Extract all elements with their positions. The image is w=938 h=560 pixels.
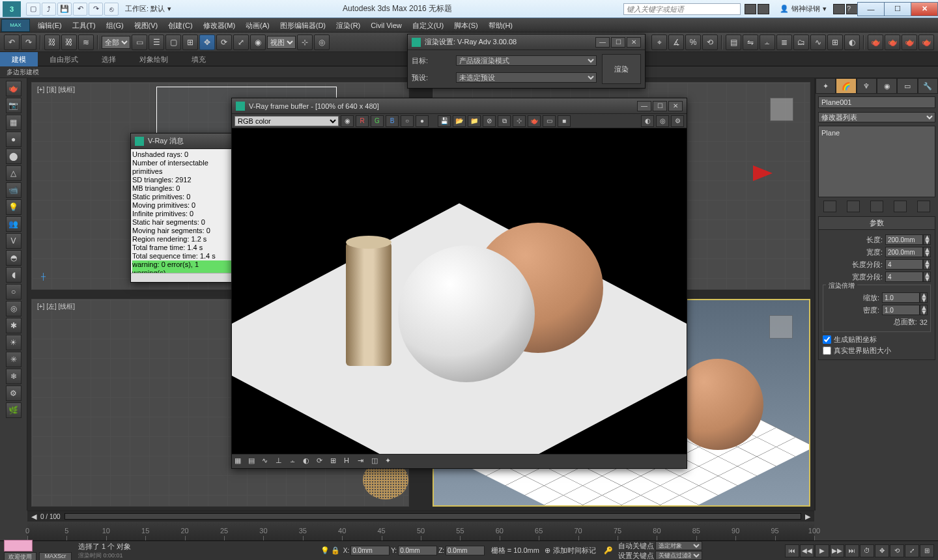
width-input[interactable] [885, 247, 923, 257]
sphere-icon[interactable]: ● [6, 132, 21, 147]
spinner-icon[interactable]: ▲▼ [923, 247, 931, 257]
object-name-input[interactable] [818, 96, 935, 108]
stop-icon[interactable]: ■ [558, 115, 571, 127]
rotate-icon[interactable]: ⟳ [216, 35, 232, 50]
window-crossing-icon[interactable]: ⊞ [182, 35, 198, 50]
tab-motion-icon[interactable]: ◉ [877, 78, 897, 94]
time-config-icon[interactable]: ⏱ [860, 544, 874, 557]
tab-utilities-icon[interactable]: 🔧 [918, 78, 938, 94]
qat-redo-icon[interactable]: ↷ [89, 3, 103, 16]
key-target-dropdown[interactable]: 选定对象 [655, 541, 702, 550]
sun-icon[interactable]: ☀ [6, 335, 21, 350]
menu-customize[interactable]: 自定义(U) [407, 18, 449, 33]
play-icon[interactable]: ▶ [815, 544, 829, 557]
tab-create-icon[interactable]: ✦ [816, 78, 836, 94]
load-icon[interactable]: 📂 [453, 115, 466, 127]
maximize-button[interactable]: ☐ [653, 101, 667, 111]
vray-messages-scrollbar[interactable] [131, 273, 234, 282]
lseg-input[interactable] [885, 259, 923, 270]
qat-new-icon[interactable]: ▢ [26, 3, 40, 16]
material-editor-icon[interactable]: ◐ [844, 35, 860, 50]
pin-stack-icon[interactable] [823, 201, 836, 212]
refcoord-dropdown[interactable]: 视图 [267, 36, 296, 49]
dome-icon[interactable]: ◓ [6, 250, 21, 266]
key-filter-dropdown[interactable]: 关键点过滤器... [655, 551, 702, 560]
vfb-channel-dropdown[interactable]: RGB color [234, 116, 339, 126]
modifier-stack[interactable]: Plane [818, 126, 935, 197]
vray-frame-buffer-window[interactable]: V-Ray frame buffer - [100% of 640 x 480]… [231, 98, 687, 469]
density-input[interactable] [882, 305, 920, 315]
align-icon[interactable]: ⫠ [760, 35, 775, 50]
camera-icon[interactable]: 📷 [6, 98, 21, 113]
menu-tools[interactable]: 工具(T) [67, 18, 101, 33]
menu-edit[interactable]: 编辑(E) [33, 18, 67, 33]
tab-display-icon[interactable]: ▭ [897, 78, 917, 94]
maximize-button[interactable]: ☐ [884, 2, 911, 16]
mono-icon[interactable]: ● [416, 115, 429, 127]
snow-icon[interactable]: ❄ [6, 369, 21, 384]
cylinder-icon[interactable]: ⬤ [6, 148, 21, 164]
goto-start-icon[interactable]: ⏮ [785, 544, 799, 557]
menu-view[interactable]: 视图(V) [129, 18, 163, 33]
fur-icon[interactable]: ✱ [6, 318, 21, 333]
cone-icon[interactable]: △ [6, 165, 21, 181]
circle-icon[interactable]: ○ [6, 284, 21, 300]
qat-open-icon[interactable]: ⤴ [42, 3, 56, 16]
track-icon[interactable]: ⊹ [513, 115, 526, 127]
qat-link-icon[interactable]: ⎋ [104, 3, 119, 16]
show-end-icon[interactable] [847, 201, 860, 212]
vfb-bot-9-icon[interactable]: ⇥ [358, 456, 369, 467]
vfb-bot-h-icon[interactable]: H [344, 456, 356, 467]
pivot-icon[interactable]: ⊹ [297, 35, 313, 50]
autokey-button[interactable]: 自动关键点 [618, 541, 654, 551]
region-icon[interactable]: ▭ [543, 115, 556, 127]
menu-civilview[interactable]: Civil View [365, 18, 406, 33]
length-input[interactable] [885, 234, 923, 245]
gen-mapping-checkbox[interactable]: 生成贴图坐标 [823, 335, 931, 344]
layers-icon[interactable]: ≣ [776, 35, 792, 50]
render-last-icon[interactable]: 🫖 [528, 115, 541, 127]
menu-help[interactable]: 帮助(H) [483, 18, 518, 33]
tab-hierarchy-icon[interactable]: ♆ [857, 78, 877, 94]
nav-right-icon[interactable]: ▶ [805, 512, 810, 521]
viewcube-icon[interactable] [764, 310, 799, 345]
vray-messages-window[interactable]: V-Ray 消息 Unshaded rays: 0Number of inter… [130, 133, 234, 283]
camera2-icon[interactable]: 📹 [6, 182, 21, 198]
vfb-bot-4-icon[interactable]: ⊥ [276, 456, 287, 467]
vfb-bot-3-icon[interactable]: ∿ [262, 456, 274, 467]
setkey-button[interactable]: 设置关键点 [618, 551, 654, 561]
splat-icon[interactable]: ✳ [6, 352, 21, 367]
green-channel-icon[interactable]: G [371, 115, 384, 127]
nav-left-icon[interactable]: ◀ [31, 512, 36, 521]
menu-rendering[interactable]: 渲染(R) [331, 18, 365, 33]
link-icon[interactable]: ⛓ [44, 35, 60, 50]
vp-nav4-icon[interactable]: ⊞ [920, 544, 934, 557]
qat-save-icon[interactable]: 💾 [57, 3, 72, 16]
menu-group[interactable]: 组(G) [101, 18, 129, 33]
clear-icon[interactable]: ⊘ [483, 115, 496, 127]
coord-x-input[interactable] [350, 546, 390, 555]
select-region-icon[interactable]: ▢ [165, 35, 181, 50]
workspace-selector[interactable]: 工作区: 默认 ▾ [125, 4, 171, 14]
vp-nav2-icon[interactable]: ⟲ [890, 544, 904, 557]
vray-messages-titlebar[interactable]: V-Ray 消息 [131, 133, 234, 149]
vfb-bot-6-icon[interactable]: ◐ [303, 456, 315, 467]
close-button[interactable]: ✕ [668, 101, 683, 111]
undo-icon[interactable]: ↶ [4, 35, 20, 50]
ribbon-tab-populate[interactable]: 填充 [180, 52, 218, 66]
configure-icon[interactable] [917, 201, 930, 212]
render-preset-dropdown[interactable]: 未选定预设 [456, 72, 597, 83]
ribbon-tab-modeling[interactable]: 建模 [0, 52, 38, 66]
coord-y-input[interactable] [398, 546, 437, 555]
redo-icon[interactable]: ↷ [21, 35, 36, 50]
user-badge[interactable]: 👤 钢神绿钢 ▾ [780, 4, 827, 14]
minimize-button[interactable]: — [857, 2, 885, 16]
help-icon[interactable]: ? [846, 4, 858, 14]
percent-snap-icon[interactable]: % [685, 35, 701, 50]
torus-icon[interactable]: ◎ [6, 301, 21, 316]
goto-end-icon[interactable]: ⏭ [845, 544, 859, 557]
vfb-bot-8-icon[interactable]: ⊞ [330, 456, 342, 467]
help-search-input[interactable] [623, 3, 741, 15]
close-button[interactable]: ✕ [627, 37, 641, 48]
maxscript-label[interactable]: MAXScr [39, 552, 72, 560]
